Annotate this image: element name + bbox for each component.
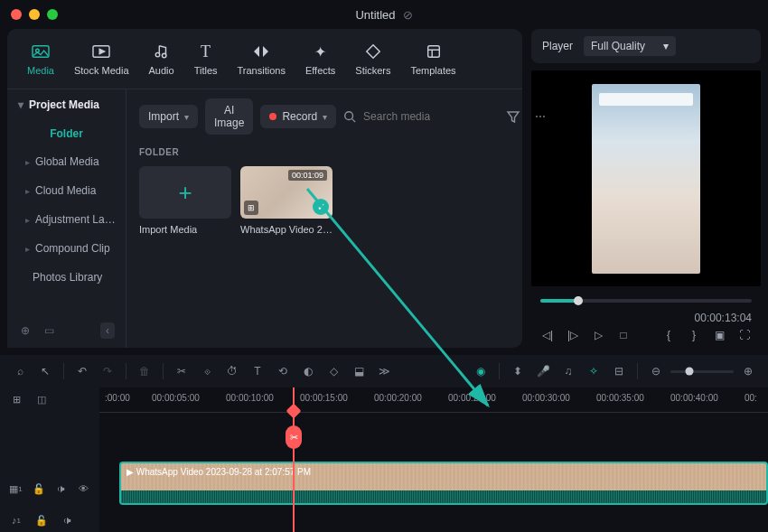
new-folder-icon[interactable]: ⊕ bbox=[18, 323, 33, 338]
marker-button[interactable]: ⬓ bbox=[351, 364, 366, 378]
keyframe-button[interactable]: ◇ bbox=[326, 364, 341, 378]
color-button[interactable]: ◐ bbox=[301, 364, 315, 378]
text-button[interactable]: T bbox=[250, 364, 265, 378]
timeline-toolbar: ⌕ ↖ ↶ ↷ 🗑 ✂ ⟐ ⏱ T ⟲ ◐ ◇ ⬓ ≫ ◉ ⬍ 🎤 ♫ ✧ bbox=[0, 355, 768, 387]
more-icon[interactable]: ⋯ bbox=[533, 109, 548, 124]
prev-frame-button[interactable]: ◁| bbox=[540, 328, 555, 342]
tab-media[interactable]: Media bbox=[20, 38, 61, 79]
lock-icon[interactable]: 🔓 bbox=[32, 481, 45, 496]
zoom-in-button[interactable]: ⊕ bbox=[741, 364, 755, 378]
close-window[interactable] bbox=[11, 9, 22, 20]
sidebar-head-project-media[interactable]: ▾Project Media bbox=[7, 89, 126, 120]
chevron-down-icon: ▾ bbox=[184, 112, 189, 122]
media-icon bbox=[31, 42, 51, 61]
zoom-slider[interactable] bbox=[670, 370, 734, 373]
magnet-button[interactable]: ✧ bbox=[586, 364, 601, 378]
record-icon bbox=[269, 113, 276, 120]
svg-rect-8 bbox=[427, 46, 439, 58]
filter-icon[interactable] bbox=[506, 109, 520, 124]
media-panel: Media Stock Media Audio T Titles Transit… bbox=[7, 29, 522, 348]
crop-button[interactable]: ⟐ bbox=[200, 364, 214, 378]
maximize-window[interactable] bbox=[47, 9, 58, 20]
tab-effects[interactable]: ✦ Effects bbox=[298, 38, 342, 79]
ai-button[interactable]: ◉ bbox=[473, 364, 488, 378]
music-button[interactable]: ♫ bbox=[561, 364, 576, 378]
sidebar-item-adjustment-layer[interactable]: ▸Adjustment La… bbox=[7, 205, 126, 234]
snapshot-icon[interactable]: ▣ bbox=[712, 328, 726, 342]
speed-button[interactable]: ⏱ bbox=[225, 364, 239, 378]
brace-left-icon[interactable]: { bbox=[661, 328, 676, 342]
search-input[interactable] bbox=[363, 110, 499, 123]
sidebar-item-photos-library[interactable]: Photos Library bbox=[7, 263, 126, 292]
more-tools-button[interactable]: ≫ bbox=[377, 364, 391, 378]
tab-stickers[interactable]: Stickers bbox=[348, 38, 398, 79]
minimize-window[interactable] bbox=[29, 9, 40, 20]
svg-point-5 bbox=[162, 53, 166, 58]
main-tabs: Media Stock Media Audio T Titles Transit… bbox=[7, 29, 522, 89]
titles-icon: T bbox=[196, 42, 216, 61]
timeline-clip-icon[interactable]: ◫ bbox=[34, 392, 49, 406]
mixer-button[interactable]: ⬍ bbox=[510, 364, 525, 378]
transitions-icon bbox=[251, 42, 271, 61]
video-clip-card[interactable]: 00:01:09 ⊞ ✓ WhatsApp Video 202… bbox=[240, 166, 332, 235]
ai-image-button[interactable]: AI Image bbox=[205, 98, 253, 135]
window-title: Untitled bbox=[355, 8, 395, 22]
record-button[interactable]: Record▾ bbox=[260, 105, 336, 128]
timeline-ruler[interactable]: :00:00 00:00:05:00 00:00:10:00 00:00:15:… bbox=[99, 387, 768, 413]
zoom-out-button[interactable]: ⊖ bbox=[649, 364, 663, 378]
aspect-icon: ⊞ bbox=[244, 201, 258, 215]
redo-button[interactable]: ↷ bbox=[100, 364, 115, 378]
delete-button[interactable]: 🗑 bbox=[137, 364, 152, 378]
chevron-down-icon: ▾ bbox=[323, 112, 327, 122]
undo-button[interactable]: ↶ bbox=[75, 364, 89, 378]
sidebar-folder[interactable]: Folder bbox=[7, 120, 126, 147]
timeline-layers-icon[interactable]: ⊞ bbox=[9, 392, 23, 406]
video-clip[interactable]: ▶ WhatsApp Video 2023-09-28 at 2:07:57 P… bbox=[119, 462, 768, 505]
folder-icon[interactable]: ▭ bbox=[42, 323, 56, 338]
visible-icon[interactable]: 👁 bbox=[77, 481, 90, 496]
playhead[interactable]: ✂ bbox=[293, 387, 295, 532]
mute-icon[interactable]: 🕩 bbox=[54, 481, 68, 496]
link-button[interactable]: ⊟ bbox=[612, 364, 626, 378]
play-button[interactable]: ▷ bbox=[591, 328, 605, 342]
video-track-controls: ▦1 🔓 🕩 👁 bbox=[0, 469, 99, 509]
mute-icon[interactable]: 🕩 bbox=[60, 513, 74, 527]
svg-line-12 bbox=[352, 119, 356, 123]
play-pause-button[interactable]: |▷ bbox=[566, 328, 580, 342]
import-media-card[interactable]: + Import Media bbox=[139, 166, 231, 235]
sidebar-item-compound-clip[interactable]: ▸Compound Clip bbox=[7, 234, 126, 263]
collapse-sidebar-icon[interactable]: ‹ bbox=[100, 322, 115, 339]
tab-audio[interactable]: Audio bbox=[142, 38, 182, 79]
player-header: Player Full Quality▾ bbox=[531, 29, 761, 63]
sidebar-item-global-media[interactable]: ▸Global Media bbox=[7, 147, 126, 176]
tab-titles[interactable]: T Titles bbox=[187, 38, 225, 79]
media-sidebar: ▾Project Media Folder ▸Global Media ▸Clo… bbox=[7, 89, 126, 348]
check-icon: ✓ bbox=[313, 199, 329, 215]
cursor-tool[interactable]: ⌕ bbox=[13, 364, 27, 378]
chevron-down-icon: ▾ bbox=[663, 40, 669, 52]
select-tool[interactable]: ↖ bbox=[38, 364, 52, 378]
cut-icon[interactable]: ✂ bbox=[286, 425, 302, 449]
brace-right-icon[interactable]: } bbox=[687, 328, 701, 342]
svg-point-11 bbox=[345, 112, 353, 120]
search-field[interactable] bbox=[343, 110, 499, 123]
import-button[interactable]: Import▾ bbox=[139, 105, 198, 128]
svg-marker-6 bbox=[254, 46, 259, 57]
svg-point-4 bbox=[155, 52, 160, 57]
video-preview[interactable] bbox=[531, 70, 761, 286]
tab-stock-media[interactable]: Stock Media bbox=[67, 38, 136, 79]
tab-templates[interactable]: Templates bbox=[403, 38, 463, 79]
titlebar: Untitled ⊘ bbox=[0, 0, 768, 29]
voiceover-button[interactable]: 🎤 bbox=[536, 364, 550, 378]
fullscreen-icon[interactable]: ⛶ bbox=[737, 328, 752, 342]
video-track-icon[interactable]: ▦1 bbox=[9, 481, 23, 496]
tab-transitions[interactable]: Transitions bbox=[230, 38, 293, 79]
audio-track-icon[interactable]: ♪1 bbox=[9, 513, 23, 527]
sidebar-item-cloud-media[interactable]: ▸Cloud Media bbox=[7, 176, 126, 205]
stop-button[interactable]: □ bbox=[616, 328, 631, 342]
lock-icon[interactable]: 🔓 bbox=[34, 513, 49, 527]
rotate-button[interactable]: ⟲ bbox=[276, 364, 290, 378]
player-progress[interactable] bbox=[540, 299, 752, 303]
quality-selector[interactable]: Full Quality▾ bbox=[584, 36, 676, 56]
split-button[interactable]: ✂ bbox=[174, 364, 189, 378]
